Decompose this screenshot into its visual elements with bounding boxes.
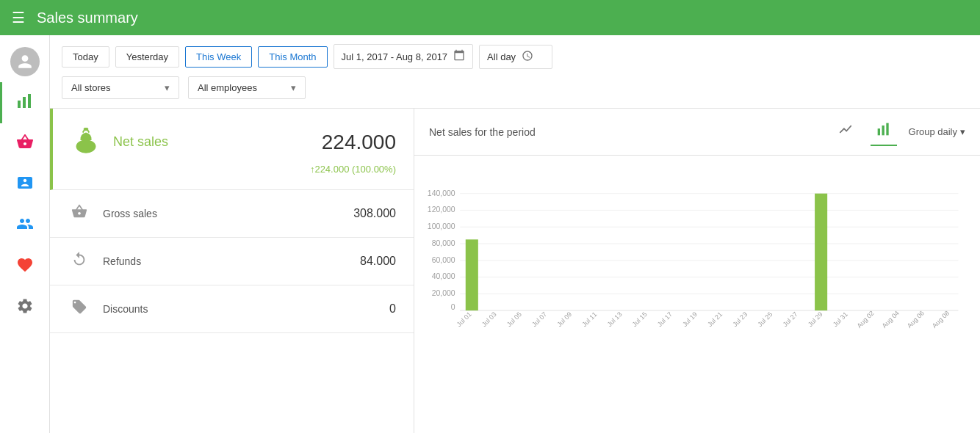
- gross-sales-label: Gross sales: [103, 208, 353, 219]
- filter-row-period: Today Yesterday This Week This Month Jul…: [62, 44, 968, 69]
- svg-text:Jul 13: Jul 13: [606, 310, 624, 328]
- bar-jul01: [466, 239, 478, 310]
- line-chart-button[interactable]: [832, 117, 859, 146]
- main-layout: Today Yesterday This Week This Month Jul…: [0, 35, 980, 433]
- svg-text:Jul 25: Jul 25: [756, 310, 774, 328]
- svg-rect-7: [886, 123, 888, 136]
- sidebar-item-avatar[interactable]: [0, 41, 50, 82]
- contacts-icon: [16, 174, 34, 196]
- date-range-picker[interactable]: Jul 1, 2017 - Aug 8, 2017: [334, 44, 474, 69]
- group-dropdown[interactable]: Group daily ▾: [909, 126, 965, 137]
- content-area: Today Yesterday This Week This Month Jul…: [50, 35, 980, 433]
- sidebar-item-people[interactable]: [0, 205, 50, 247]
- basket-icon: [16, 133, 34, 155]
- svg-text:0: 0: [451, 303, 455, 311]
- net-sales-card: Net sales 224.000 ↑224.000 (100.00%): [50, 109, 414, 190]
- svg-text:Aug 06: Aug 06: [906, 310, 926, 330]
- sidebar-item-contacts[interactable]: [0, 164, 50, 205]
- svg-rect-2: [28, 94, 31, 108]
- svg-text:Jul 29: Jul 29: [807, 310, 824, 328]
- sidebar-item-settings[interactable]: [0, 288, 50, 329]
- period-today-button[interactable]: Today: [62, 46, 109, 68]
- refunds-value: 84.000: [360, 255, 396, 268]
- chart-panel: Net sales for the period Group daily ▾: [414, 109, 980, 433]
- dashboard: Net sales 224.000 ↑224.000 (100.00%) Gro…: [50, 109, 980, 433]
- gross-sales-value: 308.000: [353, 207, 396, 220]
- refunds-row: Refunds 84.000: [50, 238, 414, 285]
- group-label: Group daily: [909, 126, 957, 137]
- svg-text:120,000: 120,000: [428, 205, 455, 214]
- svg-rect-0: [18, 101, 21, 108]
- svg-text:20,000: 20,000: [432, 289, 455, 297]
- gross-sales-row: Gross sales 308.000: [50, 190, 414, 238]
- refunds-label: Refunds: [103, 255, 360, 267]
- gear-icon: [16, 297, 34, 319]
- net-sales-value: 224.000: [322, 131, 396, 154]
- sidebar-item-heart[interactable]: [0, 247, 50, 288]
- net-sales-label: Net sales: [113, 134, 168, 150]
- sidebar: [0, 35, 50, 433]
- money-bag-icon: [71, 123, 101, 161]
- period-thisweek-button[interactable]: This Week: [185, 46, 252, 68]
- svg-text:Aug 02: Aug 02: [855, 310, 875, 330]
- discounts-row: Discounts 0: [50, 285, 414, 333]
- stores-arrow-icon: ▾: [165, 82, 170, 93]
- svg-text:Jul 09: Jul 09: [555, 310, 573, 328]
- svg-text:Jul 01: Jul 01: [455, 310, 473, 328]
- sidebar-item-basket[interactable]: [0, 123, 50, 164]
- sidebar-item-sales[interactable]: [0, 82, 50, 123]
- topbar: ☰ Sales summary: [0, 0, 980, 35]
- time-picker[interactable]: All day: [479, 45, 552, 69]
- svg-text:Jul 23: Jul 23: [731, 310, 749, 328]
- filters-bar: Today Yesterday This Week This Month Jul…: [50, 35, 980, 109]
- menu-icon[interactable]: ☰: [12, 9, 25, 26]
- user-avatar: [10, 47, 40, 76]
- stores-dropdown[interactable]: All stores ▾: [62, 76, 179, 99]
- svg-rect-5: [877, 128, 879, 135]
- net-sales-change: ↑224.000 (100.00%): [71, 164, 396, 175]
- date-range-value: Jul 1, 2017 - Aug 8, 2017: [342, 51, 448, 62]
- svg-text:Jul 11: Jul 11: [580, 310, 598, 328]
- calendar-icon: [453, 49, 465, 64]
- discounts-value: 0: [389, 302, 396, 316]
- group-dropdown-arrow-icon: ▾: [960, 126, 965, 137]
- metrics-panel: Net sales 224.000 ↑224.000 (100.00%) Gro…: [50, 109, 414, 433]
- svg-text:Jul 15: Jul 15: [631, 310, 649, 328]
- heart-icon: [16, 256, 34, 278]
- svg-rect-1: [23, 97, 26, 108]
- time-value: All day: [487, 51, 516, 62]
- svg-text:40,000: 40,000: [432, 272, 455, 280]
- svg-text:Jul 19: Jul 19: [681, 310, 699, 328]
- bar-jul29: [815, 194, 827, 310]
- discounts-icon: [68, 299, 91, 319]
- svg-rect-6: [882, 125, 884, 135]
- bar-chart-svg: 140,000 120,000 100,000 80,000 60,000 40…: [422, 163, 965, 433]
- svg-text:60,000: 60,000: [432, 256, 455, 264]
- svg-text:Jul 27: Jul 27: [782, 310, 799, 328]
- svg-text:Jul 03: Jul 03: [480, 310, 498, 328]
- svg-rect-4: [84, 128, 89, 131]
- svg-text:Jul 31: Jul 31: [832, 310, 849, 328]
- page-title: Sales summary: [37, 10, 138, 26]
- gross-sales-icon: [68, 203, 91, 224]
- svg-text:Jul 07: Jul 07: [530, 310, 548, 328]
- svg-text:140,000: 140,000: [428, 189, 455, 197]
- stores-label: All stores: [71, 82, 110, 93]
- period-yesterday-button[interactable]: Yesterday: [115, 46, 179, 68]
- chart-area: 140,000 120,000 100,000 80,000 60,000 40…: [414, 156, 980, 433]
- svg-text:Jul 17: Jul 17: [656, 310, 674, 328]
- filter-row-dropdowns: All stores ▾ All employees ▾: [62, 76, 968, 99]
- discounts-label: Discounts: [103, 303, 389, 315]
- chart-title: Net sales for the period: [429, 126, 821, 138]
- employees-arrow-icon: ▾: [291, 82, 296, 93]
- svg-text:80,000: 80,000: [432, 239, 455, 247]
- svg-text:Aug 04: Aug 04: [881, 310, 901, 330]
- period-thismonth-button[interactable]: This Month: [258, 46, 327, 68]
- chart-icon: [16, 92, 34, 114]
- bar-chart-button[interactable]: [871, 117, 897, 146]
- svg-point-3: [76, 139, 96, 153]
- employees-dropdown[interactable]: All employees ▾: [188, 76, 306, 99]
- people-icon: [16, 215, 34, 237]
- svg-text:Jul 05: Jul 05: [505, 310, 523, 328]
- svg-text:Aug 08: Aug 08: [931, 310, 951, 330]
